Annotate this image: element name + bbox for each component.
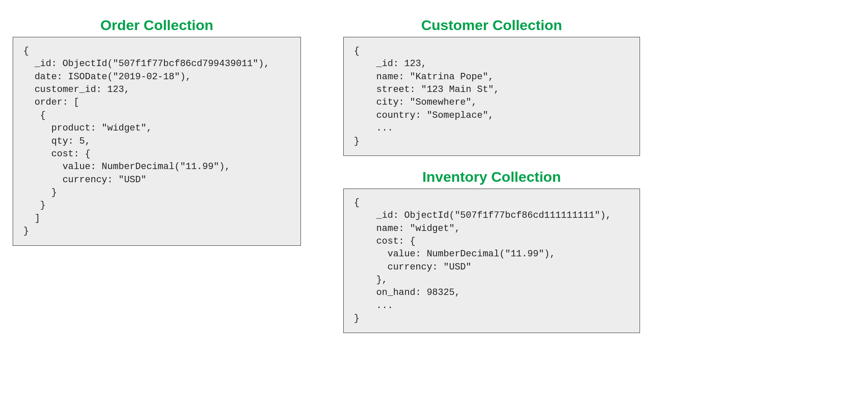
inventory-section: Inventory Collection { _id: ObjectId("50… (343, 169, 640, 333)
inventory-title: Inventory Collection (343, 169, 640, 185)
inventory-code: { _id: ObjectId("507f1f77bcf86cd11111111… (354, 197, 629, 325)
customer-code: { _id: 123, name: "Katrina Pope", street… (354, 45, 629, 148)
customer-code-box: { _id: 123, name: "Katrina Pope", street… (343, 37, 640, 156)
order-title: Order Collection (13, 17, 301, 33)
left-column: Order Collection { _id: ObjectId("507f1f… (13, 17, 301, 333)
order-code-box: { _id: ObjectId("507f1f77bcf86cd79943901… (13, 37, 301, 246)
diagram-container: Order Collection { _id: ObjectId("507f1f… (0, 0, 868, 350)
customer-title: Customer Collection (343, 17, 640, 33)
customer-section: Customer Collection { _id: 123, name: "K… (343, 17, 640, 156)
right-column: Customer Collection { _id: 123, name: "K… (343, 17, 640, 333)
order-code: { _id: ObjectId("507f1f77bcf86cd79943901… (23, 45, 290, 238)
inventory-code-box: { _id: ObjectId("507f1f77bcf86cd11111111… (343, 189, 640, 333)
